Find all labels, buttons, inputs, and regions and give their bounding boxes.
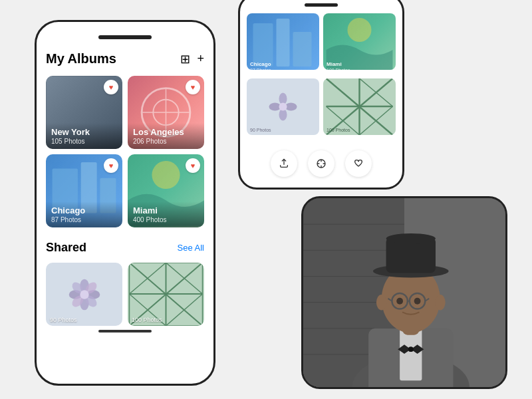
phone-center: Chicago 87 Photos Miami 100 Photos [238,0,404,190]
losangeles-name: Los Angeles [133,127,199,138]
detail-miami-label: Miami [327,61,342,67]
svg-rect-29 [253,23,273,66]
miami-count: 400 Photos [133,216,199,223]
svg-point-77 [386,233,436,244]
aperture-button[interactable] [308,150,334,177]
header-icons: ⊞ + [180,52,204,66]
chicago-count: 87 Photos [51,216,117,223]
phone-notch-center [305,3,338,7]
svg-point-79 [435,295,446,311]
svg-point-73 [396,298,403,305]
detail-miami[interactable]: Miami 100 Photos [323,13,396,70]
newyork-count: 105 Photos [51,138,117,145]
phone-left: My Albums ⊞ + ♥ New York 105 Photos [35,20,215,386]
losangeles-heart[interactable]: ♥ [186,80,200,94]
phone-notch [98,35,152,39]
svg-point-16 [80,290,88,299]
detail-grid: Chicago 87 Photos Miami 100 Photos [247,13,396,140]
miami-name: Miami [133,205,199,216]
detail-grid-count: 100 Photos [327,128,350,132]
losangeles-info: Los Angeles 206 Photos [128,123,204,149]
see-all-button[interactable]: See All [178,243,204,253]
grid-icon[interactable]: ⊞ [180,52,190,66]
newyork-name: New York [51,127,117,138]
svg-point-65 [408,346,414,352]
newyork-info: New York 105 Photos [46,123,122,149]
miami-info: Miami 400 Photos [128,201,204,227]
svg-rect-62 [400,329,422,380]
album-card-newyork[interactable]: ♥ New York 105 Photos [46,76,122,149]
phone-right [301,196,507,389]
grid-label: 100 Photos [132,317,162,323]
svg-line-42 [327,78,360,106]
bookmark-button[interactable] [345,150,372,177]
albums-title: My Albums [46,51,116,66]
detail-grid-photo[interactable]: 100 Photos [323,78,396,135]
add-icon[interactable]: + [197,52,204,66]
albums-header: My Albums ⊞ + [46,51,204,66]
shared-card-grid[interactable]: 100 Photos [128,263,204,326]
losangeles-count: 206 Photos [133,138,199,145]
shared-header: Shared See All [46,241,204,255]
detail-chicago[interactable]: Chicago 87 Photos [247,13,319,70]
chicago-info: Chicago 87 Photos [46,201,122,227]
album-card-losangeles[interactable]: ♥ Los Angeles 206 Photos [128,76,204,149]
chicago-heart[interactable]: ♥ [104,158,118,173]
detail-flower-count: 90 Photos [250,128,271,132]
chicago-name: Chicago [51,205,117,216]
shared-card-flower[interactable]: 90 Photos [46,263,122,326]
albums-grid: ♥ New York 105 Photos ♥ [46,76,204,227]
detail-chicago-count: 87 Photos [250,68,271,70]
newyork-heart[interactable]: ♥ [104,80,118,94]
album-card-chicago[interactable]: ♥ Chicago 87 Photos [46,154,122,227]
shared-title: Shared [46,241,86,255]
detail-flower[interactable]: 90 Photos [247,78,319,135]
svg-rect-31 [293,32,312,66]
flower-label: 90 Photos [50,317,77,323]
svg-point-7 [152,161,180,189]
svg-point-74 [414,298,421,305]
svg-point-37 [279,103,287,111]
home-bar-left [98,330,152,332]
share-button[interactable] [271,150,297,177]
portrait-photo [303,198,505,387]
detail-chicago-label: Chicago [250,61,271,67]
svg-point-78 [376,295,387,311]
svg-rect-30 [277,19,290,66]
album-card-miami[interactable]: ♥ Miami 400 Photos [128,154,204,227]
detail-miami-count: 100 Photos [327,68,350,70]
shared-grid: 90 Photos 100 Photos [46,263,204,326]
detail-actions [247,146,396,181]
miami-heart[interactable]: ♥ [186,158,200,173]
svg-point-32 [348,18,372,42]
